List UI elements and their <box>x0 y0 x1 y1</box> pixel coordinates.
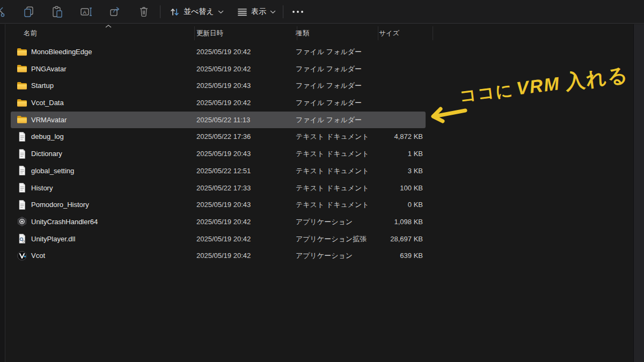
file-size: 4,872 KB <box>327 128 423 145</box>
file-row[interactable]: debug_log 2025/05/22 17:36 テキスト ドキュメント 4… <box>11 128 426 145</box>
column-resize-handle[interactable] <box>378 26 378 40</box>
file-size: 28,697 KB <box>327 231 423 248</box>
text-file-icon <box>17 131 27 142</box>
rename-icon: A <box>80 5 93 18</box>
file-name: MonoBleedingEdge <box>31 43 92 61</box>
file-type: ファイル フォルダー <box>296 112 362 129</box>
file-name: Dictionary <box>31 145 62 162</box>
paste-button[interactable] <box>49 4 65 20</box>
text-file-icon <box>17 182 27 193</box>
annotation-koko: ココに <box>458 80 515 106</box>
file-row[interactable]: Vcot 2025/05/19 20:42 アプリケーション 639 KB <box>11 247 426 264</box>
column-resize-handle[interactable] <box>194 26 195 40</box>
file-row[interactable]: PNGAvatar 2025/05/19 20:42 ファイル フォルダー <box>11 61 426 78</box>
file-date: 2025/05/22 11:13 <box>196 112 250 129</box>
file-row[interactable]: Pomodoro_History 2025/05/19 20:43 テキスト ド… <box>11 196 426 213</box>
sort-label: 並べ替え <box>184 7 214 17</box>
cut-button[interactable] <box>0 4 8 20</box>
copy-icon <box>23 5 35 18</box>
file-name: debug_log <box>31 128 64 145</box>
column-header-type[interactable]: 種類 <box>296 24 309 42</box>
column-resize-handle[interactable] <box>433 26 433 40</box>
scrollbar-track[interactable] <box>633 24 644 362</box>
annotation-ireru: 入れる <box>564 63 630 93</box>
folder-icon <box>17 47 27 57</box>
rename-button[interactable]: A <box>78 4 94 20</box>
file-type: ファイル フォルダー <box>296 77 362 94</box>
text-file-icon <box>17 149 27 159</box>
annotation-vrm: VRM <box>515 73 561 99</box>
file-date: 2025/05/19 20:42 <box>196 61 251 78</box>
file-size: 1,098 KB <box>327 213 423 231</box>
text-file-icon <box>17 200 27 210</box>
column-header-size[interactable]: サイズ <box>379 24 399 42</box>
annotation-text: ココにVRM入れる <box>458 61 630 108</box>
file-name: UnityCrashHandler64 <box>31 213 98 231</box>
sort-arrows-icon <box>170 7 180 17</box>
file-list: MonoBleedingEdge 2025/05/19 20:42 ファイル フ… <box>11 43 426 264</box>
file-name: global_setting <box>31 162 74 180</box>
file-name: Vcot_Data <box>31 94 64 112</box>
file-date: 2025/05/19 20:42 <box>196 231 251 248</box>
text-file-icon <box>17 165 27 176</box>
column-resize-handle[interactable] <box>297 26 297 40</box>
file-size: 3 KB <box>327 162 423 180</box>
file-row[interactable]: Vcot_Data 2025/05/19 20:42 ファイル フォルダー <box>11 94 426 112</box>
file-date: 2025/05/19 20:43 <box>196 145 251 162</box>
dll-file-icon <box>17 233 27 244</box>
file-size: 100 KB <box>327 180 423 197</box>
chevron-down-icon <box>270 10 276 14</box>
column-header-name[interactable]: 名前 <box>24 24 37 42</box>
file-date: 2025/05/19 20:43 <box>196 196 251 213</box>
unity-app-icon <box>17 216 27 227</box>
more-button[interactable] <box>290 4 306 20</box>
scissors-icon <box>0 5 6 18</box>
file-row[interactable]: Dictionary 2025/05/19 20:43 テキスト ドキュメント … <box>11 145 426 162</box>
copy-button[interactable] <box>21 4 37 20</box>
folder-icon <box>17 63 27 74</box>
file-name: History <box>31 180 53 197</box>
ellipsis-icon <box>291 5 305 18</box>
vcot-app-icon <box>17 250 27 261</box>
file-date: 2025/05/19 20:43 <box>196 77 251 94</box>
share-icon <box>109 5 122 18</box>
sort-button[interactable]: 並べ替え <box>165 3 228 20</box>
file-name: VRMAvatar <box>31 112 67 129</box>
file-type: ファイル フォルダー <box>296 43 362 61</box>
file-name: UnityPlayer.dll <box>31 231 75 248</box>
file-name: PNGAvatar <box>31 61 67 78</box>
folder-icon <box>17 114 27 125</box>
share-button[interactable] <box>107 4 123 20</box>
file-row[interactable]: Startup 2025/05/19 20:43 ファイル フォルダー <box>11 77 426 94</box>
file-row[interactable]: global_setting 2025/05/22 12:51 テキスト ドキュ… <box>11 162 426 180</box>
file-name: Pomodoro_History <box>31 196 89 213</box>
delete-button[interactable] <box>136 4 152 20</box>
file-date: 2025/05/19 20:42 <box>196 43 251 61</box>
file-size: 0 KB <box>327 196 423 213</box>
file-date: 2025/05/19 20:42 <box>196 94 251 112</box>
toolbar: A <box>0 0 644 24</box>
file-row[interactable]: MonoBleedingEdge 2025/05/19 20:42 ファイル フ… <box>11 43 426 61</box>
file-row[interactable]: UnityPlayer.dll 2025/05/19 20:42 アプリケーショ… <box>11 231 426 248</box>
column-headers: 名前 更新日時 種類 サイズ <box>0 24 644 42</box>
folder-icon <box>17 98 27 108</box>
file-date: 2025/05/22 12:51 <box>196 162 251 180</box>
sort-ascending-icon <box>105 25 112 28</box>
view-label: 表示 <box>251 7 266 17</box>
svg-text:A: A <box>83 9 87 15</box>
chevron-down-icon <box>218 10 224 14</box>
file-row[interactable]: VRMAvatar 2025/05/22 11:13 ファイル フォルダー <box>11 112 426 129</box>
file-size: 639 KB <box>327 247 423 264</box>
folder-icon <box>17 80 27 91</box>
file-date: 2025/05/19 20:42 <box>196 213 251 231</box>
paste-icon <box>51 5 64 18</box>
file-row[interactable]: History 2025/05/22 17:33 テキスト ドキュメント 100… <box>11 180 426 197</box>
column-header-date[interactable]: 更新日時 <box>196 24 223 42</box>
view-button[interactable]: 表示 <box>233 3 280 20</box>
file-name: Vcot <box>31 247 45 264</box>
file-row[interactable]: UnityCrashHandler64 2025/05/19 20:42 アプリ… <box>11 213 426 231</box>
file-date: 2025/05/19 20:42 <box>196 247 251 264</box>
nav-pane-edge <box>0 24 5 362</box>
trash-icon <box>137 5 150 18</box>
file-type: ファイル フォルダー <box>296 94 362 112</box>
